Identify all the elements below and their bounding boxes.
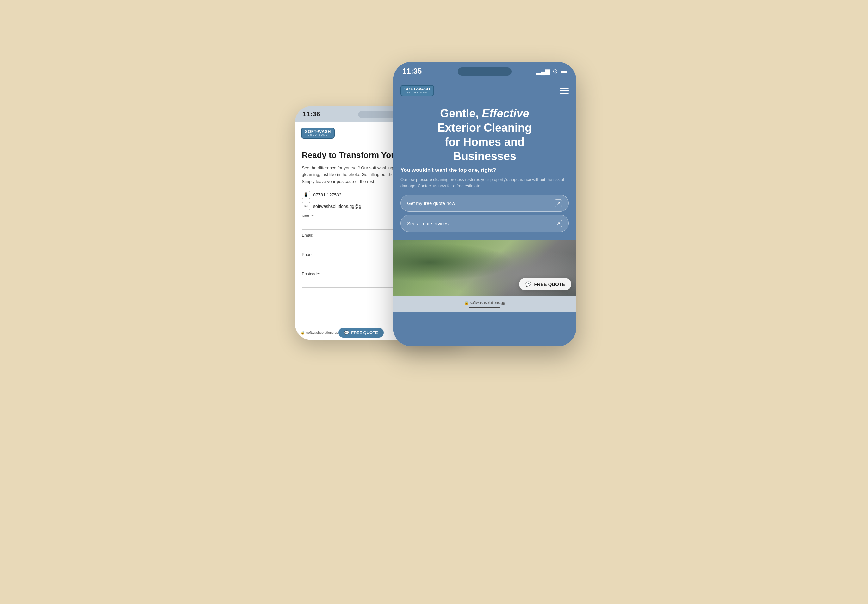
front-home-indicator xyxy=(469,307,501,308)
back-free-quote-button[interactable]: 💬 FREE QUOTE xyxy=(338,328,384,338)
front-lock-icon: 🔒 xyxy=(464,301,469,305)
back-email: softwashsolutions.gg@g xyxy=(313,204,361,209)
phone-icon: 📱 xyxy=(302,191,310,199)
floating-chat-icon: 💬 xyxy=(525,281,532,287)
front-image-section: 💬 FREE QUOTE xyxy=(393,239,577,297)
front-hero-title: Gentle, Effective Exterior Cleaningfor H… xyxy=(400,106,569,163)
external-link-icon: ↗ xyxy=(555,199,562,207)
front-screen: SOFT-WASH SOLUTIONS Gentle, Effective Ex… xyxy=(393,81,577,346)
front-hero-section: Gentle, Effective Exterior Cleaningfor H… xyxy=(393,101,577,240)
front-signal-icon: ▂▄▆ xyxy=(536,67,550,75)
see-all-services-label: See all our services xyxy=(407,221,448,226)
front-battery-icon: ▬ xyxy=(561,67,567,75)
front-hero-subtitle: You wouldn't want the top one, right? xyxy=(400,167,569,173)
back-time: 11:36 xyxy=(302,110,320,118)
back-logo-bottom: SOLUTIONS xyxy=(308,134,329,137)
hero-title-normal: Gentle, xyxy=(440,107,482,120)
front-url-bar: 🔒 softwashsolutions.gg xyxy=(464,301,505,305)
scene: 11:36 ▂▄▆ ⊙ ▬ SOFT-WASH SOLUTIONS Ready … xyxy=(291,49,577,555)
hero-title-rest: Exterior Cleaningfor Homes andBusinesses xyxy=(437,121,532,163)
front-logo-top: SOFT-WASH xyxy=(404,87,430,92)
chat-icon: 💬 xyxy=(344,330,349,335)
front-hero-body: Our low-pressure cleaning process restor… xyxy=(400,177,569,190)
front-logo-bottom: SOLUTIONS xyxy=(407,92,428,94)
front-url: softwashsolutions.gg xyxy=(470,301,505,305)
front-notch xyxy=(458,67,512,76)
front-time: 11:35 xyxy=(402,67,422,76)
floating-free-quote-label: FREE QUOTE xyxy=(534,282,565,287)
floating-free-quote-button[interactable]: 💬 FREE QUOTE xyxy=(519,278,571,290)
back-logo-top: SOFT-WASH xyxy=(305,129,331,134)
hero-title-italic: Effective xyxy=(482,107,529,120)
back-url-bar: 🔒 softwashsolutions.gg xyxy=(301,331,338,335)
phone-front: 11:35 ▂▄▆ ⊙ ▬ SOFT-WASH SOLUTIONS xyxy=(393,62,577,346)
external-link-icon-2: ↗ xyxy=(555,220,562,227)
back-logo: SOFT-WASH SOLUTIONS xyxy=(301,127,335,138)
back-free-quote-label: FREE QUOTE xyxy=(351,330,378,335)
hamburger-menu-icon[interactable] xyxy=(560,88,569,94)
back-lock-icon: 🔒 xyxy=(301,331,305,335)
front-status-icons: ▂▄▆ ⊙ ▬ xyxy=(536,67,567,75)
get-free-quote-button[interactable]: Get my free quote now ↗ xyxy=(400,194,569,212)
front-wifi-icon: ⊙ xyxy=(553,67,558,75)
back-phone-number: 07781 127533 xyxy=(313,193,342,197)
get-free-quote-label: Get my free quote now xyxy=(407,200,455,206)
front-logo: SOFT-WASH SOLUTIONS xyxy=(400,85,434,96)
front-nav-bar: SOFT-WASH SOLUTIONS xyxy=(393,81,577,101)
front-bottom-bar: 🔒 softwashsolutions.gg xyxy=(393,297,577,312)
back-url: softwashsolutions.gg xyxy=(306,331,338,334)
email-icon: ✉ xyxy=(302,202,310,210)
see-all-services-button[interactable]: See all our services ↗ xyxy=(400,215,569,232)
